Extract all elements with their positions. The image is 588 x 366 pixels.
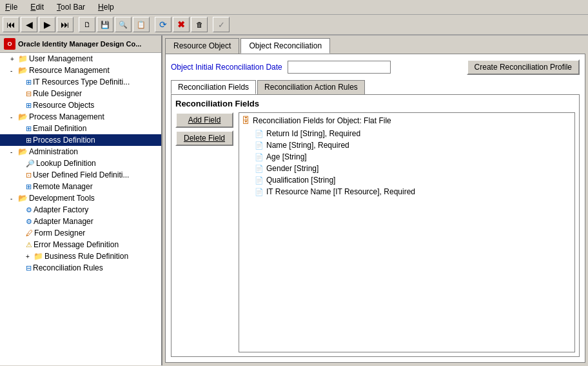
gear-icon: ⚙	[26, 206, 32, 214]
sidebar-item-form-designer[interactable]: 🖊 Form Designer	[0, 227, 161, 239]
sidebar-item-label: Resource Management	[29, 66, 110, 75]
sidebar-item-business-rule[interactable]: + 📁 Business Rule Definition	[0, 250, 161, 262]
approve-btn[interactable]: ✓	[213, 17, 230, 32]
sidebar-item-adapter-mgr[interactable]: ⚙ Adapter Manager	[0, 216, 161, 227]
find-btn[interactable]: 🔍	[115, 17, 132, 32]
field-label: Qualification [String]	[266, 176, 335, 185]
grid-icon: ⊞	[26, 136, 32, 145]
menu-edit[interactable]: Edit	[28, 1, 46, 13]
list-item[interactable]: 📄 IT Resource Name [IT Resource], Requir…	[242, 186, 572, 198]
db-icon: 🗄	[242, 116, 250, 125]
save-btn[interactable]: 💾	[97, 17, 113, 32]
expand-icon: -	[10, 195, 17, 202]
sidebar-item-adapter-factory[interactable]: ⚙ Adapter Factory	[0, 204, 161, 216]
tree-header-label: Oracle Identity Manager Design Co...	[18, 40, 141, 48]
sidebar-item-dev-tools[interactable]: - 📂 Development Tools	[0, 192, 161, 204]
sidebar-item-label: Process Definition	[33, 136, 95, 145]
folder-open-icon: 📂	[18, 194, 28, 203]
main-layout: O Oracle Identity Manager Design Co... +…	[0, 36, 588, 365]
sidebar-item-remote-mgr[interactable]: ⊞ Remote Manager	[0, 181, 161, 192]
sidebar-item-email-def[interactable]: ⊞ Email Definition	[0, 123, 161, 134]
list-item[interactable]: 📄 Qualification [String]	[242, 174, 572, 186]
page-icon: 📄	[255, 165, 264, 173]
page-icon: 📄	[255, 130, 264, 138]
rule-icon: ⊟	[26, 264, 32, 272]
sidebar-item-label: User Management	[29, 54, 93, 63]
date-row: Object Initial Reconciliation Date Creat…	[171, 59, 580, 75]
sidebar-item-label: Adapter Manager	[34, 217, 93, 226]
date-input[interactable]	[288, 61, 391, 74]
field-label: Gender [String]	[266, 164, 318, 173]
trash-btn[interactable]: 🗑	[191, 17, 208, 32]
list-item[interactable]: 📄 Return Id [String], Required	[242, 128, 572, 139]
last-btn[interactable]: ⏭	[57, 17, 74, 32]
list-item[interactable]: 📄 Age [String]	[242, 151, 572, 163]
sidebar-item-resource-objects[interactable]: ⊞ Resource Objects	[0, 99, 161, 111]
sidebar-item-label: Form Designer	[34, 229, 85, 238]
sidebar-item-label: User Defined Field Definiti...	[33, 170, 129, 179]
find2-btn[interactable]: 📋	[133, 17, 150, 32]
sidebar-item-label: Process Management	[29, 112, 104, 121]
list-item[interactable]: 📄 Gender [String]	[242, 163, 572, 174]
tree-panel: O Oracle Identity Manager Design Co... +…	[0, 36, 162, 365]
menu-file[interactable]: File	[3, 1, 20, 13]
folder-open-icon: 📂	[18, 147, 28, 156]
recon-fields-area: Reconciliation Fields Add Field Delete F…	[171, 94, 580, 357]
new-btn[interactable]: 🗋	[79, 17, 95, 32]
first-btn[interactable]: ⏮	[3, 17, 19, 32]
sidebar-item-process-def[interactable]: ⊞ Process Definition	[0, 134, 161, 146]
sidebar-item-label: Resource Objects	[33, 101, 94, 110]
delete-btn[interactable]: ✖	[173, 17, 190, 32]
sidebar-item-label: Administration	[29, 147, 78, 156]
sidebar-item-process-mgmt[interactable]: - 📂 Process Management	[0, 111, 161, 123]
sidebar-item-label: Error Message Definition	[34, 240, 119, 249]
fields-tree-header: 🗄 Reconciliation Fields for Object: Flat…	[242, 116, 572, 125]
list-item[interactable]: 📄 Name [String], Required	[242, 139, 572, 151]
menu-help[interactable]: Help	[95, 1, 117, 13]
sidebar-item-administration[interactable]: - 📂 Administration	[0, 146, 161, 158]
tab-recon-action-rules[interactable]: Reconciliation Action Rules	[257, 80, 365, 94]
page-icon: 📄	[255, 188, 264, 196]
top-tabs: Resource Object Object Reconciliation	[165, 38, 585, 54]
sidebar-item-user-field-def[interactable]: ⊡ User Defined Field Definiti...	[0, 169, 161, 181]
folder-open-icon: 📂	[18, 112, 28, 121]
refresh-btn[interactable]: ⟳	[155, 17, 172, 32]
search-icon: 🔎	[26, 159, 35, 168]
sidebar-item-label: Business Rule Definition	[44, 252, 128, 261]
right-panel: Resource Object Object Reconciliation Ob…	[162, 36, 588, 365]
recon-fields-body: Add Field Delete Field 🗄 Reconciliation …	[175, 112, 575, 352]
date-label: Object Initial Reconciliation Date	[171, 63, 282, 72]
menu-bar: File Edit Tool Bar Help	[0, 0, 588, 15]
sidebar-item-error-msg[interactable]: ⚠ Error Message Definition	[0, 239, 161, 250]
delete-field-button[interactable]: Delete Field	[175, 130, 233, 146]
folder-icon: 📁	[34, 252, 43, 261]
sidebar-item-label: Development Tools	[29, 194, 95, 203]
menu-toolbar[interactable]: Tool Bar	[54, 1, 88, 13]
buttons-column: Add Field Delete Field	[175, 112, 233, 352]
tree-header: O Oracle Identity Manager Design Co...	[0, 36, 161, 53]
field-label: IT Resource Name [IT Resource], Required	[266, 187, 415, 196]
create-profile-button[interactable]: Create Reconciliation Profile	[467, 59, 580, 75]
sidebar-item-lookup-def[interactable]: 🔎 Lookup Definition	[0, 158, 161, 169]
grid-icon: ⊞	[26, 125, 32, 133]
forward-btn[interactable]: ▶	[39, 17, 55, 32]
sidebar-item-rule-designer[interactable]: ⊟ Rule Designer	[0, 88, 161, 99]
sidebar-item-recon-rules[interactable]: ⊟ Reconciliation Rules	[0, 262, 161, 274]
grid-icon: ⊞	[26, 183, 32, 191]
sidebar-item-label: Remote Manager	[33, 182, 93, 191]
sidebar-item-it-resources[interactable]: ⊞ IT Resources Type Definiti...	[0, 76, 161, 88]
sidebar-item-user-mgmt[interactable]: + 📁 User Management	[0, 53, 161, 65]
tab-object-reconciliation[interactable]: Object Reconciliation	[240, 38, 330, 54]
rule-icon: ⊟	[26, 90, 32, 98]
tab-resource-object[interactable]: Resource Object	[165, 38, 239, 54]
field-label: Age [String]	[266, 152, 307, 161]
fields-tree-header-label: Reconciliation Fields for Object: Flat F…	[253, 116, 391, 125]
tab-recon-fields[interactable]: Reconciliation Fields	[171, 80, 256, 94]
expand-icon: -	[10, 114, 17, 121]
back-btn[interactable]: ◀	[21, 17, 37, 32]
fields-tree: 🗄 Reconciliation Fields for Object: Flat…	[239, 112, 575, 352]
gear-icon: ⚙	[26, 218, 32, 226]
add-field-button[interactable]: Add Field	[175, 112, 233, 128]
recon-fields-title: Reconciliation Fields	[175, 99, 575, 108]
sidebar-item-resource-mgmt[interactable]: - 📂 Resource Management	[0, 65, 161, 76]
